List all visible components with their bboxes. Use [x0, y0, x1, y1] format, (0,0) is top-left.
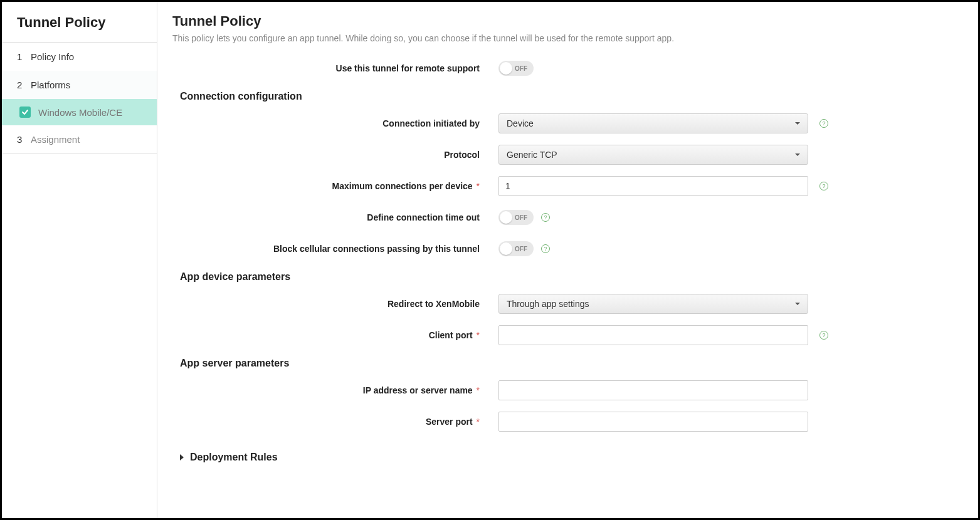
- checkbox-checked-icon: [19, 107, 31, 118]
- sidebar-item-number: 3: [17, 134, 24, 145]
- sidebar-title: Tunnel Policy: [2, 2, 157, 43]
- label-max-connections: Maximum connections per device *: [172, 181, 498, 191]
- triangle-right-icon: [180, 454, 184, 460]
- help-icon[interactable]: ?: [819, 119, 828, 128]
- toggle-knob-icon: [500, 62, 512, 75]
- help-icon[interactable]: ?: [541, 213, 550, 222]
- toggle-knob-icon: [500, 242, 512, 255]
- input-server-port[interactable]: [498, 412, 808, 432]
- toggle-state: OFF: [515, 65, 527, 72]
- label-block-cellular: Block cellular connections passing by th…: [172, 244, 498, 254]
- label-remote-support: Use this tunnel for remote support: [172, 63, 498, 73]
- sidebar-item-policy-info[interactable]: 1 Policy Info: [2, 43, 157, 71]
- input-max-connections[interactable]: [498, 176, 808, 196]
- select-value: Through app settings: [507, 299, 589, 309]
- sidebar-subitem-windows-mobile-ce[interactable]: Windows Mobile/CE: [2, 99, 157, 125]
- label-conn-timeout: Define connection time out: [172, 212, 498, 222]
- sidebar-item-label: Platforms: [31, 80, 70, 90]
- toggle-state: OFF: [515, 214, 527, 221]
- section-app-device-params: App device parameters: [180, 271, 963, 283]
- page-title: Tunnel Policy: [172, 13, 963, 29]
- label-protocol: Protocol: [172, 150, 498, 160]
- sidebar-item-number: 1: [17, 51, 24, 62]
- toggle-state: OFF: [515, 246, 527, 252]
- label-redirect-xenmobile: Redirect to XenMobile: [172, 299, 498, 309]
- sidebar-item-label: Assignment: [31, 134, 80, 145]
- deployment-rules-title: Deployment Rules: [190, 452, 278, 463]
- toggle-conn-timeout[interactable]: OFF: [498, 210, 534, 225]
- main-content: Tunnel Policy This policy lets you confi…: [157, 2, 978, 518]
- select-protocol[interactable]: Generic TCP: [498, 145, 808, 165]
- select-value: Device: [507, 118, 534, 128]
- sidebar-subitem-label: Windows Mobile/CE: [38, 107, 122, 118]
- sidebar: Tunnel Policy 1 Policy Info 2 Platforms …: [2, 2, 157, 518]
- section-deployment-rules[interactable]: Deployment Rules: [180, 452, 963, 463]
- chevron-down-icon: [795, 303, 800, 305]
- select-redirect-xenmobile[interactable]: Through app settings: [498, 294, 808, 314]
- help-icon[interactable]: ?: [541, 244, 550, 253]
- input-client-port[interactable]: [498, 325, 808, 345]
- section-connection-config: Connection configuration: [180, 91, 963, 102]
- section-app-server-params: App server parameters: [180, 358, 963, 369]
- sidebar-item-label: Policy Info: [31, 51, 74, 62]
- label-ip-server: IP address or server name *: [172, 385, 498, 395]
- toggle-block-cellular[interactable]: OFF: [498, 241, 534, 256]
- label-server-port: Server port *: [172, 417, 498, 427]
- page-description: This policy lets you configure an app tu…: [172, 33, 963, 43]
- label-conn-initiated-by: Connection initiated by: [172, 118, 498, 128]
- toggle-remote-support[interactable]: OFF: [498, 61, 534, 76]
- toggle-knob-icon: [500, 211, 512, 224]
- sidebar-item-assignment[interactable]: 3 Assignment: [2, 125, 157, 154]
- select-conn-initiated-by[interactable]: Device: [498, 113, 808, 133]
- select-value: Generic TCP: [507, 150, 557, 160]
- chevron-down-icon: [795, 153, 800, 156]
- sidebar-item-platforms[interactable]: 2 Platforms: [2, 71, 157, 99]
- sidebar-item-number: 2: [17, 80, 24, 90]
- help-icon[interactable]: ?: [819, 331, 828, 340]
- help-icon[interactable]: ?: [819, 182, 828, 190]
- chevron-down-icon: [795, 122, 800, 125]
- input-ip-server[interactable]: [498, 380, 808, 400]
- label-client-port: Client port *: [172, 330, 498, 340]
